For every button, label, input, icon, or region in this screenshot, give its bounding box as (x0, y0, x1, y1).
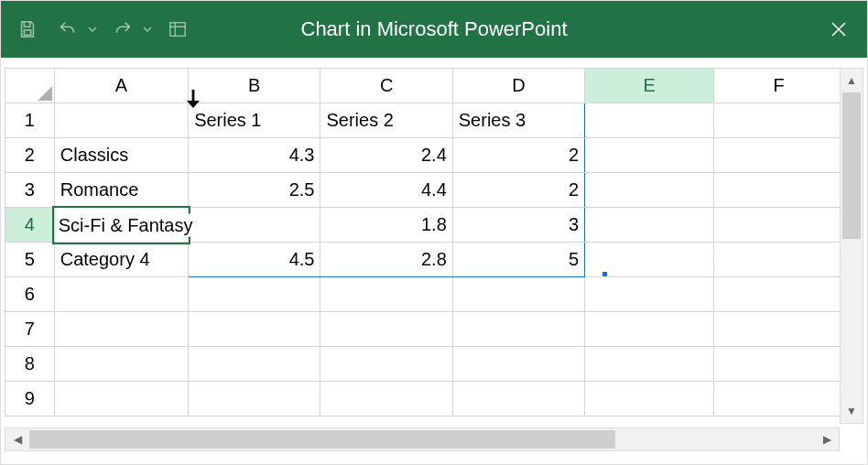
select-all-corner[interactable] (5, 69, 55, 103)
undo-dropdown-icon[interactable] (85, 12, 100, 47)
cell-A8[interactable] (54, 347, 188, 382)
redo-dropdown-icon[interactable] (140, 12, 155, 47)
cell-C5[interactable]: 2.8 (320, 243, 452, 277)
row-header-7[interactable]: 7 (5, 312, 55, 347)
cell-D5[interactable]: 5 (452, 243, 584, 277)
row-9[interactable]: 9 (5, 382, 863, 416)
cell-F9[interactable] (714, 382, 843, 416)
cell-C9[interactable] (320, 382, 452, 416)
horizontal-scroll-thumb[interactable] (29, 430, 615, 449)
vertical-scroll-track[interactable] (841, 92, 863, 399)
cell-E4[interactable] (585, 208, 714, 243)
column-header-B[interactable]: B (189, 69, 320, 103)
cell-A9[interactable] (54, 382, 188, 416)
customize-qat-button[interactable] (160, 12, 195, 47)
cell-D1[interactable]: Series 3 (452, 103, 584, 138)
scroll-up-arrow-icon[interactable]: ▲ (841, 69, 863, 92)
cell-D6[interactable] (452, 277, 584, 312)
row-7[interactable]: 7 (5, 312, 863, 347)
cell-E7[interactable] (585, 312, 714, 347)
vertical-scroll-thumb[interactable] (842, 92, 861, 239)
column-header-A[interactable]: A (54, 69, 188, 103)
cell-F4[interactable] (714, 208, 843, 243)
cell-D9[interactable] (452, 382, 584, 416)
column-header-F[interactable]: F (714, 69, 843, 103)
cell-A6[interactable] (54, 277, 188, 312)
horizontal-scroll-track[interactable] (29, 428, 815, 450)
cell-E1[interactable] (585, 103, 714, 138)
row-2[interactable]: 2 Classics 4.3 2.4 2 (5, 138, 863, 173)
cell-F7[interactable] (714, 312, 843, 347)
cell-F5[interactable] (714, 243, 843, 277)
row-3[interactable]: 3 Romance 2.5 4.4 2 (5, 173, 863, 208)
cell-A3[interactable]: Romance (54, 173, 188, 208)
cell-B5[interactable]: 4.5 (189, 243, 320, 277)
cell-C4[interactable]: 1.8 (320, 208, 452, 243)
sheet-table[interactable]: A B C D E F 1 Series 1 Series 2 Series 3 (5, 68, 863, 416)
cell-D3[interactable]: 2 (452, 173, 584, 208)
spreadsheet-grid[interactable]: A B C D E F 1 Series 1 Series 2 Series 3 (5, 68, 863, 424)
row-header-2[interactable]: 2 (5, 138, 55, 173)
row-header-5[interactable]: 5 (5, 243, 55, 277)
row-1[interactable]: 1 Series 1 Series 2 Series 3 (5, 103, 863, 138)
cell-E9[interactable] (585, 382, 714, 416)
column-header-E[interactable]: E (585, 69, 714, 103)
row-header-4[interactable]: 4 (5, 208, 55, 243)
cell-D4[interactable]: 3 (452, 208, 584, 243)
cell-D8[interactable] (452, 347, 584, 382)
scroll-down-arrow-icon[interactable]: ▼ (841, 399, 863, 423)
svg-rect-0 (24, 30, 30, 35)
undo-split-button[interactable] (50, 12, 100, 47)
row-8[interactable]: 8 (5, 347, 863, 382)
cell-C6[interactable] (320, 277, 452, 312)
range-fill-handle[interactable] (602, 271, 608, 277)
row-header-9[interactable]: 9 (5, 382, 55, 416)
cell-F2[interactable] (714, 138, 843, 173)
cell-F3[interactable] (714, 173, 843, 208)
cell-B6[interactable] (189, 277, 320, 312)
row-header-8[interactable]: 8 (5, 347, 55, 382)
cell-E8[interactable] (585, 347, 714, 382)
close-button[interactable] (818, 8, 860, 50)
redo-split-button[interactable] (105, 12, 155, 47)
cell-B8[interactable] (189, 347, 320, 382)
cell-D7[interactable] (452, 312, 584, 347)
cell-D2[interactable]: 2 (452, 138, 584, 173)
cell-A1[interactable] (54, 103, 188, 138)
cell-A2[interactable]: Classics (54, 138, 188, 173)
cell-C2[interactable]: 2.4 (320, 138, 452, 173)
cell-B3[interactable]: 2.5 (189, 173, 320, 208)
cell-F1[interactable] (714, 103, 843, 138)
cell-E2[interactable] (585, 138, 714, 173)
cell-B1[interactable]: Series 1 (189, 103, 320, 138)
cell-B4[interactable] (189, 208, 320, 243)
cell-C8[interactable] (320, 347, 452, 382)
save-button[interactable] (10, 12, 45, 47)
cell-A4[interactable]: Sci-Fi & Fantasy (54, 208, 188, 243)
row-header-1[interactable]: 1 (5, 103, 55, 138)
scroll-left-arrow-icon[interactable]: ◀ (5, 428, 29, 450)
cell-E6[interactable] (585, 277, 714, 312)
cell-C7[interactable] (320, 312, 452, 347)
cell-A7[interactable] (54, 312, 188, 347)
cell-F6[interactable] (714, 277, 843, 312)
row-4[interactable]: 4 Sci-Fi & Fantasy 1.8 3 (5, 208, 863, 243)
cell-B9[interactable] (189, 382, 320, 416)
vertical-scrollbar[interactable]: ▲ ▼ (840, 68, 863, 424)
column-header-C[interactable]: C (320, 69, 452, 103)
row-5[interactable]: 5 Category 4 4.5 2.8 5 (5, 243, 863, 277)
cell-C3[interactable]: 4.4 (320, 173, 452, 208)
cell-F8[interactable] (714, 347, 843, 382)
row-header-3[interactable]: 3 (5, 173, 55, 208)
column-header-D[interactable]: D (452, 69, 584, 103)
title-bar: Chart in Microsoft PowerPoint (1, 1, 867, 58)
cell-B7[interactable] (189, 312, 320, 347)
cell-A5[interactable]: Category 4 (54, 243, 188, 277)
row-header-6[interactable]: 6 (5, 277, 55, 312)
cell-E3[interactable] (585, 173, 714, 208)
scroll-right-arrow-icon[interactable]: ▶ (815, 428, 839, 450)
horizontal-scrollbar[interactable]: ◀ ▶ (5, 427, 840, 451)
cell-B2[interactable]: 4.3 (189, 138, 320, 173)
row-6[interactable]: 6 (5, 277, 863, 312)
cell-C1[interactable]: Series 2 (320, 103, 452, 138)
